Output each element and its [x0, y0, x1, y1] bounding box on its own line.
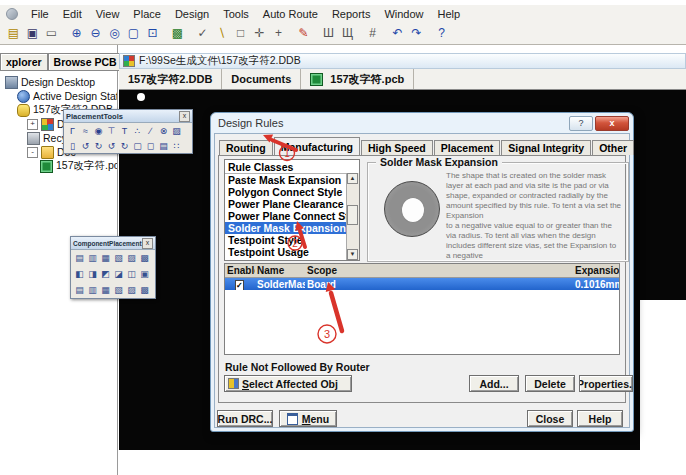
- cross-cursor-icon[interactable]: +: [270, 25, 287, 42]
- pad-tool-icon[interactable]: ◉: [92, 124, 105, 137]
- align-tool-icon[interactable]: ◧: [73, 267, 86, 281]
- placement-tools-titlebar[interactable]: PlacementTools x: [64, 110, 192, 123]
- help-button[interactable]: Help: [577, 410, 623, 427]
- menu-help[interactable]: Help: [431, 7, 468, 21]
- menu-design[interactable]: Design: [168, 7, 216, 21]
- tab-routing[interactable]: Routing: [219, 140, 273, 155]
- align-tool-icon[interactable]: ◩: [99, 267, 112, 281]
- select-affected-button[interactable]: Select Affected Obj: [224, 375, 352, 392]
- select-area-icon[interactable]: □: [232, 25, 249, 42]
- scroll-up-icon[interactable]: ▲: [347, 173, 358, 184]
- tree-item-pcb-file[interactable]: 157改字符.pcb: [0, 159, 117, 173]
- rule-classes-scrollbar[interactable]: ▲ ▼: [346, 173, 359, 260]
- tab-high-speed[interactable]: High Speed: [361, 140, 433, 155]
- arrange-tool-icon[interactable]: ▦: [99, 251, 112, 265]
- zoom-all-icon[interactable]: ◎: [106, 25, 123, 42]
- menu-place[interactable]: Place: [126, 7, 168, 21]
- menu-autoroute[interactable]: Auto Route: [256, 7, 325, 21]
- menu-window[interactable]: Window: [377, 7, 430, 21]
- room-tool-icon[interactable]: ▯: [66, 139, 79, 152]
- arc-tool-icon[interactable]: ↺: [79, 139, 92, 152]
- delete-button[interactable]: Delete: [525, 375, 575, 392]
- arrange-tool-icon[interactable]: ▥: [86, 251, 99, 265]
- menu-button[interactable]: Menu: [279, 410, 337, 427]
- tab-placement[interactable]: Placement: [434, 140, 501, 155]
- tab-signal-integrity[interactable]: Signal Integrity: [501, 140, 591, 155]
- close-button[interactable]: Close: [527, 410, 573, 427]
- dialog-help-icon[interactable]: ?: [569, 116, 593, 131]
- spread-tool-icon[interactable]: ▨: [125, 251, 138, 265]
- expander-icon[interactable]: -: [27, 147, 38, 158]
- dimension-tool-icon[interactable]: ∴: [131, 124, 144, 137]
- help-icon[interactable]: ?: [433, 25, 450, 42]
- align-tool-icon[interactable]: ◪: [112, 267, 125, 281]
- place-tool-icon[interactable]: ▩: [138, 283, 151, 297]
- cross-probe-icon[interactable]: ✓: [194, 25, 211, 42]
- place-tool-icon[interactable]: ▥: [86, 283, 99, 297]
- place-tool-icon[interactable]: ▤: [73, 283, 86, 297]
- rule-class-item-selected[interactable]: Solder Mask Expansion: [225, 222, 359, 234]
- tab-other[interactable]: Other: [592, 140, 634, 155]
- library-icon[interactable]: Ш: [320, 25, 337, 42]
- menu-reports[interactable]: Reports: [325, 7, 378, 21]
- no-erc-tool-icon[interactable]: ⊗: [157, 124, 170, 137]
- tab-explorer[interactable]: xplorer: [0, 53, 48, 71]
- table-row[interactable]: ✓ SolderMaskExp Board 0.1016mm: [225, 278, 619, 290]
- image-icon[interactable]: ▩: [169, 25, 186, 42]
- zoom-area-icon[interactable]: ⊡: [144, 25, 161, 42]
- menu-tools[interactable]: Tools: [216, 7, 256, 21]
- align-tool-icon[interactable]: ▣: [138, 267, 151, 281]
- place-tool-icon[interactable]: ▧: [112, 283, 125, 297]
- align-tool-icon[interactable]: ◫: [125, 267, 138, 281]
- tree-item-active-station[interactable]: Active Design Station: [0, 89, 117, 103]
- close-icon[interactable]: x: [179, 111, 190, 122]
- undo-icon[interactable]: ↶: [389, 25, 406, 42]
- close-icon[interactable]: x: [142, 238, 153, 249]
- dialog-titlebar[interactable]: Design Rules ? x: [211, 113, 633, 132]
- print-icon[interactable]: ▭: [43, 25, 60, 42]
- tab-browse-pcb[interactable]: Browse PCB: [48, 53, 123, 71]
- add-button[interactable]: Add...: [469, 375, 519, 392]
- rule-class-item[interactable]: Power Plane Connect Sty: [225, 210, 359, 222]
- rule-class-item[interactable]: Polygon Connect Style: [225, 186, 359, 198]
- menu-file[interactable]: File: [24, 7, 56, 21]
- rule-class-item[interactable]: Power Plane Clearance: [225, 198, 359, 210]
- zoom-in-icon[interactable]: ⊕: [68, 25, 85, 42]
- zoom-out-icon[interactable]: ⊖: [87, 25, 104, 42]
- menu-edit[interactable]: Edit: [56, 7, 89, 21]
- align-tool-icon[interactable]: ◨: [86, 267, 99, 281]
- full-circle-tool-icon[interactable]: ↻: [118, 139, 131, 152]
- redo-icon[interactable]: ↷: [408, 25, 425, 42]
- pencil-icon[interactable]: ✎: [295, 25, 312, 42]
- tree-item-design-desktop[interactable]: Design Desktop: [0, 75, 117, 89]
- menu-view[interactable]: View: [89, 7, 127, 21]
- dialog-close-icon[interactable]: x: [595, 116, 629, 131]
- polygon-plane-tool-icon[interactable]: ▤: [157, 139, 170, 152]
- spread-tool-icon[interactable]: ▩: [138, 251, 151, 265]
- arc-center-tool-icon[interactable]: ↻: [92, 139, 105, 152]
- save-icon[interactable]: ▣: [24, 25, 41, 42]
- open-folder-icon[interactable]: ▤: [5, 25, 22, 42]
- rule-class-item[interactable]: Testpoint Style: [225, 234, 359, 246]
- wire-tool-icon[interactable]: ≈: [79, 124, 92, 137]
- via-tool-icon[interactable]: ⊤: [105, 124, 118, 137]
- scrollbar-thumb[interactable]: [347, 205, 358, 225]
- rectangle-fill-tool-icon[interactable]: ▢: [131, 139, 144, 152]
- arc-edge-tool-icon[interactable]: ↺: [105, 139, 118, 152]
- arrange-tool-icon[interactable]: ▤: [73, 251, 86, 265]
- run-drc-button[interactable]: Run DRC...: [217, 410, 273, 427]
- line-tool-icon[interactable]: ∕: [144, 124, 157, 137]
- place-tool-icon[interactable]: ▦: [99, 283, 112, 297]
- polygon-tool-icon[interactable]: ◻: [144, 139, 157, 152]
- zoom-document-icon[interactable]: ▢: [125, 25, 142, 42]
- rule-class-item[interactable]: Paste Mask Expansion: [225, 174, 359, 186]
- expander-icon[interactable]: +: [27, 119, 38, 130]
- component-placement-titlebar[interactable]: ComponentPlacement x: [71, 237, 155, 250]
- spread-tool-icon[interactable]: ▧: [112, 251, 125, 265]
- doc-tab-pcb[interactable]: 157改字符.pcb: [301, 69, 414, 89]
- track-tool-icon[interactable]: Γ: [66, 124, 79, 137]
- enabled-checkbox[interactable]: ✓: [235, 280, 244, 290]
- fill-tool-icon[interactable]: ▨: [170, 124, 183, 137]
- doc-tab-ddb[interactable]: 157改字符2.DDB: [119, 69, 222, 89]
- array-tool-icon[interactable]: ∷: [170, 139, 183, 152]
